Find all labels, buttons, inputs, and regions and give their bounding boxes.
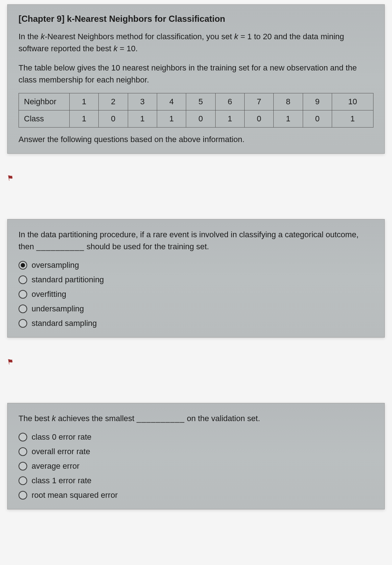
option-overall-error-rate[interactable]: overall error rate [19,447,373,456]
option-oversampling[interactable]: oversampling [19,261,373,270]
radio-icon[interactable] [19,290,27,299]
option-label: undersampling [32,304,84,314]
table-cell: 7 [244,93,273,110]
flag-icon[interactable]: ⚑ [7,173,15,183]
table-cell: 9 [303,93,332,110]
option-class-1-error-rate[interactable]: class 1 error rate [19,476,373,485]
radio-icon[interactable] [19,462,27,471]
radio-icon[interactable] [19,261,27,270]
table-row-label: Neighbor [19,93,70,110]
option-label: class 0 error rate [32,432,91,442]
radio-icon[interactable] [19,476,27,485]
q2-text: In the data partitioning procedure, if a… [19,229,373,253]
table-cell: 0 [186,110,215,128]
answer-instruction: Answer the following questions based on … [19,135,373,144]
intro-paragraph-1: In the k-Nearest Neighbors method for cl… [19,31,373,55]
radio-icon[interactable] [19,304,27,313]
intro-card: [Chapter 9] k-Nearest Neighbors for Clas… [7,4,385,154]
neighbor-table: Neighbor 1 2 3 4 5 6 7 8 9 10 Class 1 0 … [19,93,373,128]
table-cell: 1 [70,93,99,110]
table-cell: 1 [157,110,186,128]
table-cell: 1 [332,110,373,128]
option-label: oversampling [32,261,79,270]
table-row-label: Class [19,110,70,128]
table-cell: 8 [274,93,303,110]
option-standard-sampling[interactable]: standard sampling [19,319,373,328]
table-cell: 0 [303,110,332,128]
option-label: average error [32,461,79,471]
option-root-mean-squared-error[interactable]: root mean squared error [19,491,373,500]
table-cell: 1 [215,110,244,128]
table-cell: 0 [99,110,128,128]
flag-icon[interactable]: ⚑ [7,357,15,367]
intro-paragraph-2: The table below gives the 10 nearest nei… [19,62,373,86]
option-average-error[interactable]: average error [19,461,373,471]
table-cell: 1 [128,110,157,128]
radio-icon[interactable] [19,491,27,500]
table-cell: 6 [215,93,244,110]
radio-icon[interactable] [19,275,27,284]
option-overfitting[interactable]: overfitting [19,290,373,299]
option-class-0-error-rate[interactable]: class 0 error rate [19,432,373,442]
section-title: [Chapter 9] k-Nearest Neighbors for Clas… [19,14,373,24]
option-label: standard sampling [32,319,97,328]
table-cell: 4 [157,93,186,110]
option-label: root mean squared error [32,491,118,500]
q2-options: oversampling standard partitioning overf… [19,261,373,328]
table-cell: 3 [128,93,157,110]
radio-icon[interactable] [19,433,27,441]
option-label: overfitting [32,290,66,299]
option-label: class 1 error rate [32,476,91,485]
option-label: standard partitioning [32,275,104,284]
radio-icon[interactable] [19,447,27,456]
q3-text: The best k achieves the smallest _______… [19,412,373,424]
radio-icon[interactable] [19,319,27,328]
q3-options: class 0 error rate overall error rate av… [19,432,373,500]
option-label: overall error rate [32,447,90,456]
table-cell: 0 [244,110,273,128]
q3-card: The best k achieves the smallest _______… [7,403,385,509]
table-cell: 1 [70,110,99,128]
table-cell: 5 [186,93,215,110]
option-standard-partitioning[interactable]: standard partitioning [19,275,373,284]
table-cell: 2 [99,93,128,110]
option-undersampling[interactable]: undersampling [19,304,373,314]
table-cell: 1 [274,110,303,128]
table-cell: 10 [332,93,373,110]
q2-card: In the data partitioning procedure, if a… [7,219,385,338]
